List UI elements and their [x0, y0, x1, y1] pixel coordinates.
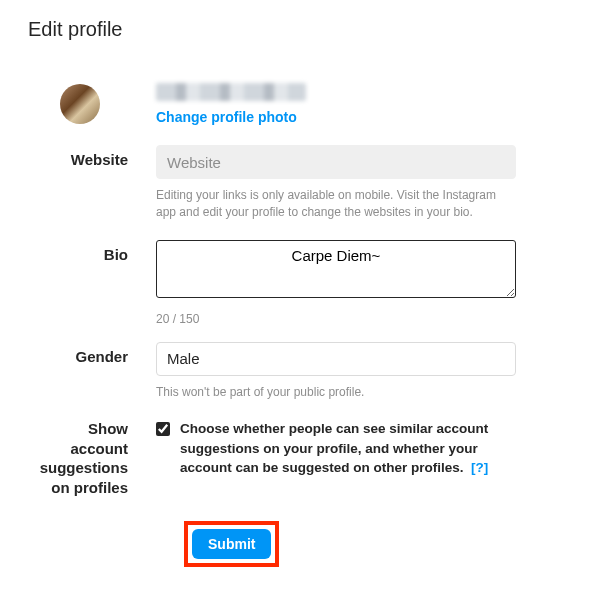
gender-helper-text: This won't be part of your public profil…	[156, 384, 516, 401]
suggestions-text: Choose whether people can see similar ac…	[180, 419, 516, 478]
username-redacted	[156, 83, 306, 101]
suggestions-label: Show account suggestions on profiles	[28, 419, 156, 497]
website-helper-text: Editing your links is only available on …	[156, 187, 516, 222]
bio-label: Bio	[28, 240, 156, 263]
bio-char-count: 20 / 150	[156, 312, 516, 326]
gender-label: Gender	[28, 342, 156, 365]
suggestions-row: Show account suggestions on profiles Cho…	[28, 419, 588, 497]
gender-input[interactable]	[156, 342, 516, 376]
submit-highlight: Submit	[184, 521, 279, 567]
bio-textarea[interactable]	[156, 240, 516, 298]
website-row: Website Editing your links is only avail…	[28, 145, 588, 222]
avatar-row: Change profile photo	[28, 83, 588, 125]
bio-row: Bio 20 / 150	[28, 240, 588, 326]
page-title: Edit profile	[28, 18, 588, 41]
suggestions-help-link[interactable]: [?]	[471, 460, 488, 475]
website-label: Website	[28, 145, 156, 168]
website-input	[156, 145, 516, 179]
avatar[interactable]	[60, 84, 100, 124]
submit-button[interactable]: Submit	[192, 529, 271, 559]
suggestions-checkbox[interactable]	[156, 422, 170, 436]
change-profile-photo-link[interactable]: Change profile photo	[156, 109, 516, 125]
gender-row: Gender This won't be part of your public…	[28, 342, 588, 401]
